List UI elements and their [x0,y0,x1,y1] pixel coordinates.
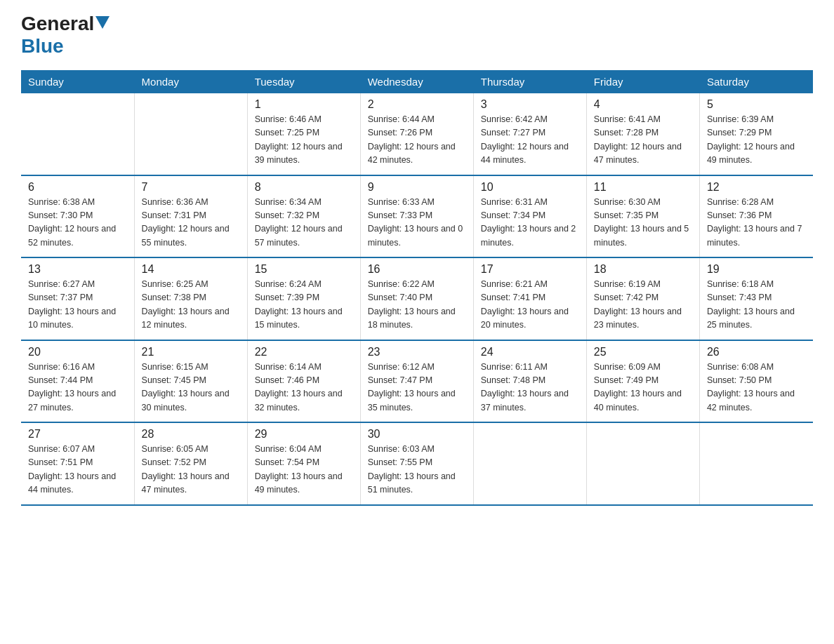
day-number: 14 [142,263,240,276]
day-detail: Sunrise: 6:08 AM Sunset: 7:50 PM Dayligh… [707,361,806,415]
calendar-cell: 25Sunrise: 6:09 AM Sunset: 7:49 PM Dayli… [586,340,699,423]
day-of-week-header: Friday [586,70,699,93]
day-detail: Sunrise: 6:44 AM Sunset: 7:26 PM Dayligh… [368,113,466,168]
day-number: 13 [28,263,127,276]
day-of-week-header: Monday [134,70,247,93]
day-detail: Sunrise: 6:21 AM Sunset: 7:41 PM Dayligh… [481,278,579,333]
day-detail: Sunrise: 6:22 AM Sunset: 7:40 PM Dayligh… [368,278,466,333]
calendar-cell: 11Sunrise: 6:30 AM Sunset: 7:35 PM Dayli… [586,175,699,258]
page-header: General Blue [21,14,813,58]
day-detail: Sunrise: 6:14 AM Sunset: 7:46 PM Dayligh… [255,361,353,415]
day-number: 17 [481,263,579,276]
day-detail: Sunrise: 6:31 AM Sunset: 7:34 PM Dayligh… [481,196,579,250]
calendar-week-row: 6Sunrise: 6:38 AM Sunset: 7:30 PM Daylig… [21,175,813,258]
calendar-cell: 10Sunrise: 6:31 AM Sunset: 7:34 PM Dayli… [473,175,586,258]
day-detail: Sunrise: 6:36 AM Sunset: 7:31 PM Dayligh… [142,196,240,250]
day-number: 10 [481,181,579,194]
day-number: 9 [368,181,466,194]
day-of-week-header: Wednesday [360,70,473,93]
day-detail: Sunrise: 6:27 AM Sunset: 7:37 PM Dayligh… [28,278,127,333]
calendar-cell: 14Sunrise: 6:25 AM Sunset: 7:38 PM Dayli… [134,257,247,340]
day-number: 5 [707,98,806,111]
day-detail: Sunrise: 6:30 AM Sunset: 7:35 PM Dayligh… [594,196,692,250]
logo-triangle-icon [95,16,110,29]
day-number: 24 [481,346,579,358]
calendar-cell: 6Sunrise: 6:38 AM Sunset: 7:30 PM Daylig… [21,175,134,258]
calendar-cell: 1Sunrise: 6:46 AM Sunset: 7:25 PM Daylig… [247,93,360,175]
calendar-table: SundayMondayTuesdayWednesdayThursdayFrid… [21,70,813,506]
day-number: 23 [368,346,466,358]
calendar-cell: 21Sunrise: 6:15 AM Sunset: 7:45 PM Dayli… [134,340,247,423]
calendar-cell [134,93,247,175]
calendar-cell: 3Sunrise: 6:42 AM Sunset: 7:27 PM Daylig… [473,93,586,175]
day-detail: Sunrise: 6:16 AM Sunset: 7:44 PM Dayligh… [28,361,127,415]
day-number: 15 [255,263,353,276]
day-number: 19 [707,263,806,276]
day-of-week-header: Thursday [473,70,586,93]
day-detail: Sunrise: 6:34 AM Sunset: 7:32 PM Dayligh… [255,196,353,250]
day-detail: Sunrise: 6:33 AM Sunset: 7:33 PM Dayligh… [368,196,466,250]
day-detail: Sunrise: 6:09 AM Sunset: 7:49 PM Dayligh… [594,361,692,415]
calendar-cell: 15Sunrise: 6:24 AM Sunset: 7:39 PM Dayli… [247,257,360,340]
calendar-cell: 30Sunrise: 6:03 AM Sunset: 7:55 PM Dayli… [360,422,473,505]
day-detail: Sunrise: 6:05 AM Sunset: 7:52 PM Dayligh… [142,443,240,497]
day-number: 25 [594,346,692,358]
day-detail: Sunrise: 6:12 AM Sunset: 7:47 PM Dayligh… [368,361,466,415]
day-detail: Sunrise: 6:04 AM Sunset: 7:54 PM Dayligh… [255,443,353,497]
day-number: 22 [255,346,353,358]
day-number: 18 [594,263,692,276]
day-of-week-header: Saturday [699,70,812,93]
calendar-cell [473,422,586,505]
day-number: 20 [28,346,127,358]
calendar-cell: 7Sunrise: 6:36 AM Sunset: 7:31 PM Daylig… [134,175,247,258]
day-number: 6 [28,181,127,194]
logo-general-text: General [21,14,94,34]
calendar-cell: 27Sunrise: 6:07 AM Sunset: 7:51 PM Dayli… [21,422,134,505]
day-number: 7 [142,181,240,194]
calendar-cell: 16Sunrise: 6:22 AM Sunset: 7:40 PM Dayli… [360,257,473,340]
calendar-cell: 9Sunrise: 6:33 AM Sunset: 7:33 PM Daylig… [360,175,473,258]
day-detail: Sunrise: 6:18 AM Sunset: 7:43 PM Dayligh… [707,278,806,333]
calendar-cell: 24Sunrise: 6:11 AM Sunset: 7:48 PM Dayli… [473,340,586,423]
calendar-cell: 5Sunrise: 6:39 AM Sunset: 7:29 PM Daylig… [699,93,812,175]
calendar-cell: 22Sunrise: 6:14 AM Sunset: 7:46 PM Dayli… [247,340,360,423]
calendar-cell [586,422,699,505]
day-detail: Sunrise: 6:19 AM Sunset: 7:42 PM Dayligh… [594,278,692,333]
day-number: 4 [594,98,692,111]
day-detail: Sunrise: 6:41 AM Sunset: 7:28 PM Dayligh… [594,113,692,168]
calendar-cell: 17Sunrise: 6:21 AM Sunset: 7:41 PM Dayli… [473,257,586,340]
calendar-cell: 12Sunrise: 6:28 AM Sunset: 7:36 PM Dayli… [699,175,812,258]
day-detail: Sunrise: 6:24 AM Sunset: 7:39 PM Dayligh… [255,278,353,333]
calendar-cell: 26Sunrise: 6:08 AM Sunset: 7:50 PM Dayli… [699,340,812,423]
day-number: 2 [368,98,466,111]
calendar-cell: 18Sunrise: 6:19 AM Sunset: 7:42 PM Dayli… [586,257,699,340]
day-detail: Sunrise: 6:46 AM Sunset: 7:25 PM Dayligh… [255,113,353,168]
day-detail: Sunrise: 6:11 AM Sunset: 7:48 PM Dayligh… [481,361,579,415]
day-detail: Sunrise: 6:38 AM Sunset: 7:30 PM Dayligh… [28,196,127,250]
calendar-cell [21,93,134,175]
day-detail: Sunrise: 6:42 AM Sunset: 7:27 PM Dayligh… [481,113,579,168]
calendar-cell: 19Sunrise: 6:18 AM Sunset: 7:43 PM Dayli… [699,257,812,340]
day-number: 8 [255,181,353,194]
day-number: 11 [594,181,692,194]
calendar-week-row: 1Sunrise: 6:46 AM Sunset: 7:25 PM Daylig… [21,93,813,175]
calendar-header-row: SundayMondayTuesdayWednesdayThursdayFrid… [21,70,813,93]
calendar-cell: 29Sunrise: 6:04 AM Sunset: 7:54 PM Dayli… [247,422,360,505]
calendar-week-row: 27Sunrise: 6:07 AM Sunset: 7:51 PM Dayli… [21,422,813,505]
day-of-week-header: Tuesday [247,70,360,93]
day-detail: Sunrise: 6:25 AM Sunset: 7:38 PM Dayligh… [142,278,240,333]
day-detail: Sunrise: 6:15 AM Sunset: 7:45 PM Dayligh… [142,361,240,415]
day-detail: Sunrise: 6:39 AM Sunset: 7:29 PM Dayligh… [707,113,806,168]
day-number: 28 [142,428,240,441]
calendar-week-row: 20Sunrise: 6:16 AM Sunset: 7:44 PM Dayli… [21,340,813,423]
day-number: 27 [28,428,127,441]
day-number: 29 [255,428,353,441]
logo[interactable]: General Blue [21,14,110,58]
day-number: 1 [255,98,353,111]
calendar-cell: 4Sunrise: 6:41 AM Sunset: 7:28 PM Daylig… [586,93,699,175]
logo-blue-text: Blue [21,35,64,58]
calendar-cell: 8Sunrise: 6:34 AM Sunset: 7:32 PM Daylig… [247,175,360,258]
day-number: 3 [481,98,579,111]
day-number: 30 [368,428,466,441]
calendar-cell: 13Sunrise: 6:27 AM Sunset: 7:37 PM Dayli… [21,257,134,340]
